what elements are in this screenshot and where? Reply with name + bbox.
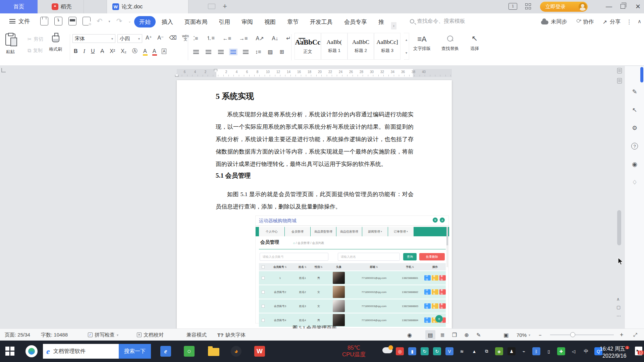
strikethrough-icon[interactable]: A [100, 48, 104, 54]
borders-icon[interactable]: ⊞ [279, 49, 284, 55]
tray-nvidia-icon[interactable]: ◈ [495, 347, 503, 355]
align-center-icon[interactable] [206, 50, 211, 54]
vertical-scrollbar[interactable] [617, 210, 621, 245]
numbered-list-icon[interactable]: ⒈≡ [206, 35, 214, 42]
ribbon-tab[interactable]: 视图 [264, 18, 276, 26]
command-search[interactable]: 查找命令、搜索模板 [410, 18, 465, 25]
scroll-up-page-icon[interactable]: ∧ [616, 297, 620, 302]
zoom-in-icon[interactable]: + [620, 329, 624, 341]
tray-input-method-icon[interactable]: 中 [582, 347, 590, 355]
line-spacing-icon[interactable]: ↕≡ [255, 49, 261, 55]
ribbon-tab[interactable]: 页面布局 [184, 18, 207, 26]
bookmark-icon[interactable]: ♢ [630, 177, 640, 187]
sort-icon[interactable]: A↓ [272, 36, 278, 42]
ink-pen-icon[interactable]: ✎ [630, 87, 640, 97]
app-grid-icon[interactable] [525, 3, 531, 9]
select-button[interactable]: ↖ 选择 [470, 34, 479, 52]
taskbar-clock[interactable]: 16:42 周五1 2022/9/16 [600, 344, 629, 359]
login-button[interactable]: 立即登录 [540, 2, 588, 12]
rail-scroll-indicator[interactable] [640, 67, 643, 82]
italic-icon[interactable]: I [84, 48, 85, 54]
tray-sync-2-icon[interactable]: ↻ [433, 347, 441, 355]
proofread-toggle[interactable]: ✕文档校对 [137, 329, 164, 341]
safe-360-icon[interactable]: ◕ [231, 346, 241, 357]
ribbon-tab[interactable]: 开发工具 [310, 18, 333, 26]
tray-power-icon[interactable]: ⌁ [520, 347, 528, 355]
superscript-icon[interactable]: X² [110, 48, 115, 54]
tab-home[interactable]: 首页 [0, 0, 38, 13]
wps-office-taskbar-icon[interactable]: W [254, 346, 265, 357]
tab-document[interactable]: W 论文.doc [107, 0, 189, 13]
ribbon-tab[interactable]: 会员专享 [344, 18, 367, 26]
missing-font-warning[interactable]: T?缺失字体 [217, 329, 246, 341]
ribbon-tab[interactable]: 章节 [287, 18, 299, 26]
tab-start-active[interactable]: 开始 [134, 16, 156, 27]
tray-bell-icon[interactable]: ▲ [470, 347, 478, 355]
document-page[interactable]: 5 系统实现 系统实现部分就是将系统分析，系统设计部分的内容通过编码进行功能实现… [177, 80, 452, 328]
style-preset[interactable]: AaBb( 标题 1 [321, 33, 347, 60]
tray-qq-icon[interactable]: ♟ [507, 347, 516, 355]
cut-button[interactable]: ✂剪切 [28, 36, 43, 42]
fullscreen-icon[interactable]: ⤢ [633, 329, 637, 341]
taskbar-search-box[interactable]: e 文档管理软件 搜索一下 [43, 344, 151, 359]
highlight-color-icon[interactable]: A [143, 48, 147, 54]
undo-icon[interactable]: ↶ [97, 17, 103, 25]
decrease-indent-icon[interactable]: ←≡ [223, 36, 231, 42]
tray-security-icon[interactable]: ✚ [557, 347, 565, 355]
sync-status[interactable]: 未同步 [541, 18, 567, 25]
style-gallery-scroll[interactable]: ▴▾ [404, 33, 409, 60]
copy-button[interactable]: ⧉复制 [28, 48, 43, 54]
word-count[interactable]: 字数: 10488 [41, 329, 68, 341]
increase-font-icon[interactable]: A⁺ [146, 35, 152, 41]
remote-monitor-icon[interactable] [208, 4, 215, 9]
export-icon[interactable] [54, 17, 62, 25]
bold-icon[interactable]: B [74, 48, 78, 54]
tray-sync-1-icon[interactable]: ↻ [421, 347, 429, 355]
tab-selector-icon[interactable] [1, 68, 6, 72]
zoom-slider-thumb[interactable] [570, 332, 575, 337]
find-replace-button[interactable]: 查找替换 [441, 34, 459, 52]
align-justify-icon[interactable] [230, 50, 236, 54]
page-view-icon[interactable]: ▤ [425, 330, 435, 340]
tray-bluetooth-icon[interactable]: ᛒ [532, 347, 540, 355]
align-left-icon[interactable] [193, 50, 199, 54]
scroll-box-icon[interactable]: ▢ [616, 305, 621, 310]
new-tab-button[interactable]: + [223, 2, 227, 11]
print-icon[interactable] [68, 17, 76, 25]
style-preset[interactable]: AaBbCcI 正文 [294, 33, 321, 60]
ribbon-tab[interactable]: 推 [378, 18, 384, 26]
text-layout-button[interactable]: ≡A 文字排版 [413, 35, 431, 52]
tray-wifi-icon[interactable]: ≋ [458, 347, 466, 355]
collapse-ribbon-icon[interactable]: ∧ [638, 18, 641, 24]
undo-dropdown-icon[interactable]: ▾ [109, 19, 110, 23]
bullet-list-icon[interactable]: ⁚≡ [193, 35, 198, 42]
web-view-icon[interactable]: ⊕ [462, 330, 472, 340]
tray-volume-icon[interactable]: ◁ [570, 347, 578, 355]
proofread-icon[interactable]: ◉ [630, 159, 640, 169]
embedded-screenshot[interactable]: 运动器械购物商城 ✕ ∧ 个人中心会员管理商品类型管理商品信息管理新闻管理订单管… [255, 216, 449, 323]
clear-format-icon[interactable]: ⌫ [169, 35, 177, 41]
tray-shield-icon[interactable]: V [445, 347, 453, 355]
read-view-icon[interactable]: ❒ [449, 330, 460, 340]
ink-edit-icon[interactable]: ✎ [474, 330, 484, 340]
minimize-button[interactable]: — [606, 3, 612, 10]
font-name-select[interactable]: 宋体▾ [72, 34, 115, 43]
cpu-temperature[interactable]: 85℃ CPU温度 [342, 345, 366, 358]
zoom-slider[interactable] [550, 335, 614, 335]
character-border-icon[interactable]: A [162, 49, 166, 54]
preview-eye-icon[interactable]: ◉ [405, 329, 415, 341]
customize-toolbar-icon[interactable]: ⌄ [128, 19, 131, 23]
redo-icon[interactable]: ↷ [116, 17, 122, 25]
zoom-level[interactable]: 70%▾ [517, 329, 530, 341]
style-preset[interactable]: AaBbCc] 标题 3 [374, 33, 400, 60]
tray-screenshot-icon[interactable]: ⧉ [483, 347, 491, 355]
notification-center-icon[interactable]: 10 [635, 347, 642, 355]
browser-360-speed-icon[interactable]: ○ [184, 346, 195, 357]
start-button[interactable] [5, 347, 14, 356]
more-menu-icon[interactable]: ⋮ [626, 18, 632, 25]
weather-icon[interactable] [382, 347, 392, 353]
device-sync-icon[interactable]: 1 [508, 3, 517, 10]
more-dots-icon[interactable]: ⋯ [616, 313, 621, 318]
help-icon[interactable]: ? [630, 141, 640, 151]
increase-indent-icon[interactable]: →≡ [239, 36, 248, 42]
